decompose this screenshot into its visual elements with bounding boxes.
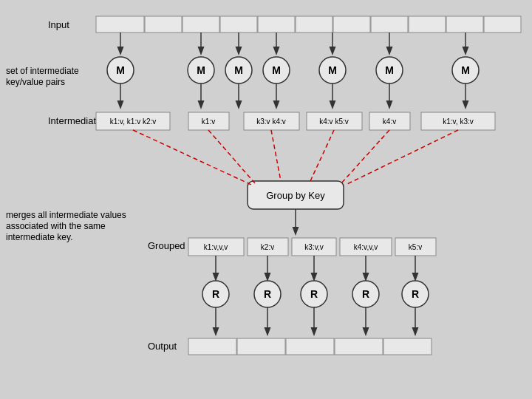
int-text-4: k4:v k5:v xyxy=(319,117,348,126)
output-box-5 xyxy=(383,338,432,355)
input-box-7 xyxy=(333,16,370,33)
input-box-4 xyxy=(220,16,257,33)
input-box-3 xyxy=(183,16,219,33)
reducer-label-5: R xyxy=(412,288,419,300)
intermediate-label: Intermediate xyxy=(48,115,101,126)
input-box-8 xyxy=(371,16,408,33)
annotation-intermediate-2: key/value pairs xyxy=(6,77,65,87)
input-box-2 xyxy=(145,16,182,33)
output-box-4 xyxy=(335,338,383,355)
main-diagram: Input M xyxy=(0,0,532,399)
annotation-merges-2: associated with the same xyxy=(6,221,106,231)
mapper-label-2: M xyxy=(197,64,205,76)
input-label: Input xyxy=(48,19,69,30)
grouped-text-3: k3:v,v xyxy=(304,243,323,251)
input-box-9 xyxy=(409,16,446,33)
grouped-text-1: k1:v,v,v xyxy=(204,243,228,251)
annotation-merges-3: intermediate key. xyxy=(6,232,73,242)
mapper-label-6: M xyxy=(385,64,394,76)
input-box-1 xyxy=(96,16,144,33)
int-text-6: k1:v, k3:v xyxy=(443,117,474,126)
reducer-label-3: R xyxy=(310,288,318,300)
group-by-key-label: Group by Key xyxy=(266,190,325,201)
input-box-10 xyxy=(446,16,483,33)
int-text-1: k1:v, k1:v k2:v xyxy=(110,117,157,126)
grouped-text-2: k2:v xyxy=(261,243,274,251)
int-text-3: k3:v k4:v xyxy=(256,117,285,126)
mapper-label-4: M xyxy=(272,64,281,76)
grouped-text-5: k5:v xyxy=(409,243,422,251)
reducer-label-1: R xyxy=(212,288,219,300)
output-box-2 xyxy=(237,338,285,355)
output-label: Output xyxy=(148,341,177,352)
reducer-label-2: R xyxy=(264,288,271,300)
grouped-label: Grouped xyxy=(148,240,185,251)
output-box-1 xyxy=(188,338,236,355)
input-box-5 xyxy=(258,16,295,33)
mapper-label-7: M xyxy=(461,64,470,76)
int-text-5: k4:v xyxy=(383,117,396,126)
grouped-text-4: k4:v,v,v xyxy=(354,243,378,251)
int-text-2: k1:v xyxy=(202,117,215,126)
input-box-6 xyxy=(296,16,332,33)
annotation-intermediate-1: set of intermediate xyxy=(6,66,79,76)
reducer-label-4: R xyxy=(362,288,369,300)
annotation-merges-1: merges all intermediate values xyxy=(6,210,126,220)
mapper-label-5: M xyxy=(328,64,337,76)
output-box-3 xyxy=(286,338,334,355)
mapper-label-3: M xyxy=(234,64,243,76)
mapper-label-1: M xyxy=(116,64,125,76)
input-box-11 xyxy=(484,16,521,33)
diagram-container: Input M xyxy=(0,0,532,399)
